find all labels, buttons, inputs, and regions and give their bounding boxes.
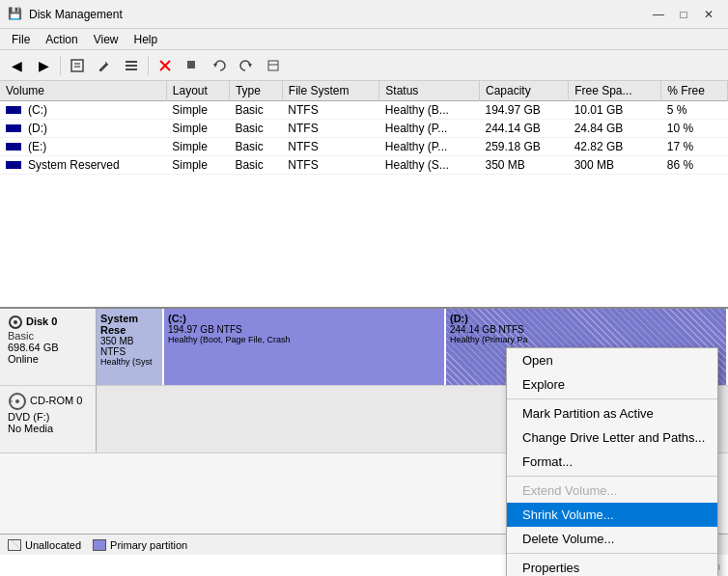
- sysres-size: 350 MB NTFS: [100, 336, 158, 357]
- ctx-shrink[interactable]: Shrink Volume...: [507, 503, 717, 527]
- svg-marker-11: [248, 64, 252, 68]
- partition-system-reserved[interactable]: System Rese 350 MB NTFS Healthy (Syst: [97, 309, 164, 385]
- ctx-change-letter[interactable]: Change Drive Letter and Paths...: [507, 425, 717, 450]
- back-button[interactable]: ◀: [4, 53, 29, 78]
- legend-unallocated: Unallocated: [8, 539, 81, 551]
- help-icon-button[interactable]: [261, 53, 286, 78]
- maximize-button[interactable]: □: [672, 5, 695, 24]
- cell-free: 300 MB: [569, 156, 661, 175]
- c-drive-name: (C:): [168, 313, 440, 324]
- toolbar: ◀ ▶: [0, 50, 728, 81]
- cell-capacity: 194.97 GB: [479, 101, 568, 120]
- window-title: Disk Management: [29, 8, 123, 21]
- cdrom0-type: DVD (F:): [8, 411, 88, 423]
- cell-free: 24.84 GB: [569, 120, 661, 138]
- ctx-explore[interactable]: Explore: [507, 372, 717, 397]
- cell-capacity: 259.18 GB: [479, 138, 568, 156]
- forward-button[interactable]: ▶: [31, 53, 56, 78]
- refresh-button[interactable]: [180, 53, 205, 78]
- svg-point-15: [14, 320, 17, 324]
- menu-action[interactable]: Action: [38, 29, 85, 49]
- col-status[interactable]: Status: [379, 81, 480, 101]
- disk0-type: Basic: [8, 330, 88, 342]
- col-capacity[interactable]: Capacity: [479, 81, 568, 101]
- ctx-delete[interactable]: Delete Volume...: [507, 527, 717, 551]
- toolbar-sep-1: [60, 56, 61, 75]
- col-layout[interactable]: Layout: [166, 81, 229, 101]
- ctx-properties[interactable]: Properties: [507, 556, 717, 576]
- partition-c[interactable]: (C:) 194.97 GB NTFS Healthy (Boot, Page …: [164, 309, 446, 385]
- col-filesystem[interactable]: File System: [282, 81, 379, 101]
- cell-volume: System Reserved: [0, 156, 166, 175]
- ctx-mark-active[interactable]: Mark Partition as Active: [507, 401, 717, 425]
- table-row[interactable]: (D:)SimpleBasicNTFSHealthy (P...244.14 G…: [0, 120, 728, 138]
- sysres-status: Healthy (Syst: [100, 357, 158, 367]
- ctx-extend: Extend Volume...: [507, 479, 717, 503]
- minimize-button[interactable]: —: [647, 5, 670, 24]
- close-button[interactable]: ✕: [697, 5, 720, 24]
- delete-button[interactable]: [153, 53, 178, 78]
- menu-bar: File Action View Help: [0, 29, 728, 50]
- disk-table-area[interactable]: Volume Layout Type File System Status Ca…: [0, 81, 728, 309]
- ctx-open[interactable]: Open: [507, 348, 717, 372]
- cell-fs: NTFS: [282, 120, 379, 138]
- title-bar: 💾 Disk Management — □ ✕: [0, 0, 728, 29]
- cell-volume: (D:): [0, 120, 166, 138]
- cell-fs: NTFS: [282, 156, 379, 175]
- cdrom0-info: CD-ROM 0 DVD (F:) No Media: [0, 386, 97, 453]
- col-free-space[interactable]: Free Spa...: [569, 81, 661, 101]
- cell-layout: Simple: [166, 120, 229, 138]
- d-drive-size: 244.14 GB NTFS: [450, 324, 722, 335]
- disk0-name: Disk 0: [8, 315, 88, 330]
- cell-capacity: 244.14 GB: [479, 120, 568, 138]
- ctx-format[interactable]: Format...: [507, 450, 717, 474]
- table-row[interactable]: (C:)SimpleBasicNTFSHealthy (B...194.97 G…: [0, 101, 728, 120]
- table-row[interactable]: System ReservedSimpleBasicNTFSHealthy (S…: [0, 156, 728, 175]
- cell-pct: 86 %: [661, 156, 728, 175]
- svg-rect-12: [268, 61, 278, 70]
- cell-fs: NTFS: [282, 101, 379, 120]
- svg-marker-10: [213, 64, 217, 68]
- disk0-size: 698.64 GB: [8, 342, 88, 353]
- menu-help[interactable]: Help: [126, 29, 166, 49]
- cdrom0-status: No Media: [8, 423, 88, 434]
- sysres-name: System Rese: [100, 313, 158, 336]
- title-bar-left: 💾 Disk Management: [8, 7, 123, 22]
- cell-type: Basic: [229, 120, 282, 138]
- c-drive-status: Healthy (Boot, Page File, Crash: [168, 335, 440, 344]
- table-row[interactable]: (E:)SimpleBasicNTFSHealthy (P...259.18 G…: [0, 138, 728, 156]
- undo-button[interactable]: [207, 53, 232, 78]
- menu-file[interactable]: File: [4, 29, 38, 49]
- cell-pct: 17 %: [661, 138, 728, 156]
- c-drive-size: 194.97 GB NTFS: [168, 324, 440, 335]
- properties-button[interactable]: [65, 53, 90, 78]
- legend-unalloc-icon: [8, 539, 21, 551]
- col-pct-free[interactable]: % Free: [661, 81, 728, 101]
- cell-status: Healthy (P...: [379, 120, 480, 138]
- svg-point-17: [15, 399, 19, 403]
- redo-button[interactable]: [234, 53, 259, 78]
- svg-rect-9: [187, 61, 195, 69]
- edit-button[interactable]: [92, 53, 117, 78]
- legend-primary: Primary partition: [93, 539, 187, 551]
- list-button[interactable]: [119, 53, 144, 78]
- cell-capacity: 350 MB: [479, 156, 568, 175]
- col-volume[interactable]: Volume: [0, 81, 166, 101]
- legend-unalloc-label: Unallocated: [25, 539, 81, 551]
- context-menu-separator: [507, 553, 717, 554]
- disk-table: Volume Layout Type File System Status Ca…: [0, 81, 728, 175]
- col-type[interactable]: Type: [229, 81, 282, 101]
- cell-pct: 5 %: [661, 101, 728, 120]
- cell-fs: NTFS: [282, 138, 379, 156]
- toolbar-sep-2: [148, 56, 149, 75]
- cell-volume: (C:): [0, 101, 166, 120]
- menu-view[interactable]: View: [86, 29, 126, 49]
- cell-type: Basic: [229, 101, 282, 120]
- cell-layout: Simple: [166, 156, 229, 175]
- legend-primary-icon: [93, 539, 106, 551]
- disk0-info: Disk 0 Basic 698.64 GB Online: [0, 309, 97, 385]
- cell-status: Healthy (B...: [379, 101, 480, 120]
- cdrom0-icon: CD-ROM 0: [8, 392, 88, 411]
- cell-free: 42.82 GB: [569, 138, 661, 156]
- cell-pct: 10 %: [661, 120, 728, 138]
